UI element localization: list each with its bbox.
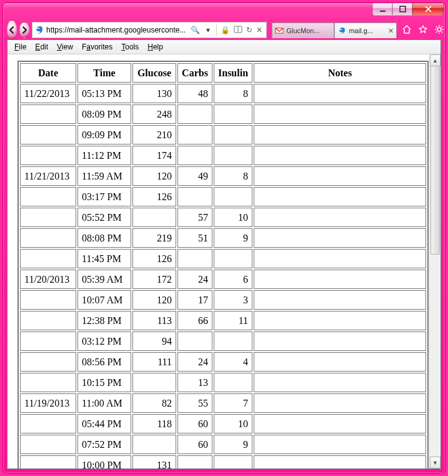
cell-insulin: 8 bbox=[214, 84, 252, 103]
cell-date bbox=[20, 187, 76, 206]
table-row: 11/21/201311:59 AM120498 bbox=[20, 166, 426, 186]
cell-notes bbox=[254, 352, 426, 372]
back-button[interactable] bbox=[7, 20, 17, 40]
tab-label: GlucMon... bbox=[286, 27, 331, 34]
tools-icon[interactable] bbox=[434, 24, 444, 36]
cell-date bbox=[20, 435, 76, 454]
cell-glucose: 113 bbox=[132, 311, 176, 330]
menu-help[interactable]: Help bbox=[143, 41, 167, 53]
cell-carbs bbox=[177, 104, 212, 124]
col-time: Time bbox=[77, 63, 131, 83]
table-row: 10:00 PM131 bbox=[20, 455, 426, 468]
ie-page-icon bbox=[34, 25, 44, 35]
tab-close-icon[interactable]: ✕ bbox=[388, 27, 394, 35]
search-icon[interactable]: 🔍 bbox=[191, 26, 200, 34]
cell-time: 10:07 AM bbox=[77, 290, 131, 310]
cell-time: 08:08 PM bbox=[77, 228, 131, 248]
cell-insulin: 8 bbox=[214, 166, 252, 186]
cell-notes bbox=[254, 393, 426, 413]
col-date: Date bbox=[20, 63, 76, 83]
cell-carbs: 55 bbox=[177, 393, 212, 413]
menu-avorites[interactable]: Favorites bbox=[77, 41, 117, 53]
cell-insulin: 10 bbox=[214, 414, 252, 433]
menu-tools[interactable]: Tools bbox=[117, 41, 143, 53]
table-row: 11/20/201305:39 AM172246 bbox=[20, 270, 426, 289]
browser-window: https://mail-attachment.googleuserconte.… bbox=[2, 3, 446, 473]
menu-file[interactable]: File bbox=[10, 41, 31, 53]
titlebar[interactable] bbox=[3, 3, 445, 21]
cell-insulin bbox=[214, 146, 252, 165]
cell-carbs: 51 bbox=[177, 228, 212, 248]
cell-insulin bbox=[214, 332, 252, 351]
cell-notes bbox=[254, 228, 426, 248]
cell-insulin bbox=[214, 187, 252, 206]
cell-carbs bbox=[177, 455, 212, 468]
search-dropdown-icon[interactable]: ▾ bbox=[204, 26, 212, 34]
menu-edit[interactable]: Edit bbox=[31, 41, 52, 53]
cell-carbs: 24 bbox=[177, 270, 212, 289]
cell-insulin bbox=[214, 373, 252, 392]
cell-notes bbox=[254, 435, 426, 454]
stop-icon[interactable]: ✕ bbox=[256, 26, 262, 34]
cell-notes bbox=[254, 125, 426, 144]
content-area: DateTimeGlucoseCarbsInsulinNotes 11/22/2… bbox=[7, 54, 441, 468]
table-row: 07:52 PM609 bbox=[20, 435, 426, 454]
cell-time: 11:45 PM bbox=[77, 249, 131, 268]
scroll-thumb[interactable] bbox=[431, 66, 440, 255]
menu-view[interactable]: View bbox=[52, 41, 77, 53]
cell-carbs: 60 bbox=[177, 414, 212, 433]
cell-glucose bbox=[132, 373, 176, 392]
cell-carbs: 24 bbox=[177, 352, 212, 372]
cell-glucose: 120 bbox=[132, 166, 176, 186]
cell-carbs bbox=[177, 125, 212, 144]
table-row: 05:44 PM1186010 bbox=[20, 414, 426, 433]
tab-mail[interactable]: mail.g... ✕ bbox=[334, 23, 397, 38]
cell-glucose: 111 bbox=[132, 352, 176, 372]
vertical-scrollbar[interactable]: ▲ ▼ bbox=[429, 54, 441, 468]
document-page: DateTimeGlucoseCarbsInsulinNotes 11/22/2… bbox=[7, 54, 429, 468]
cell-date: 11/19/2013 bbox=[20, 393, 76, 413]
compat-icon[interactable] bbox=[234, 26, 242, 35]
favorites-icon[interactable] bbox=[418, 24, 428, 36]
cell-date: 11/20/2013 bbox=[20, 270, 76, 289]
svg-rect-1 bbox=[400, 6, 406, 12]
minimize-button[interactable] bbox=[372, 3, 392, 16]
cell-date: 11/21/2013 bbox=[20, 166, 76, 186]
cell-date: 11/22/2013 bbox=[20, 84, 76, 103]
maximize-button[interactable] bbox=[392, 3, 412, 16]
cell-time: 05:13 PM bbox=[77, 84, 131, 103]
address-bar[interactable]: https://mail-attachment.googleuserconte.… bbox=[32, 22, 267, 38]
cell-time: 03:12 PM bbox=[77, 332, 131, 351]
cell-carbs bbox=[177, 332, 212, 351]
cell-glucose: 118 bbox=[132, 414, 176, 433]
separator bbox=[216, 24, 217, 36]
scroll-down-button[interactable]: ▼ bbox=[430, 457, 441, 468]
cell-insulin: 9 bbox=[214, 228, 252, 248]
cell-time: 05:39 AM bbox=[77, 270, 131, 289]
forward-button[interactable] bbox=[19, 22, 29, 38]
table-row: 11:45 PM126 bbox=[20, 249, 426, 268]
home-icon[interactable] bbox=[402, 24, 412, 36]
cell-insulin: 3 bbox=[214, 290, 252, 310]
cell-insulin: 7 bbox=[214, 393, 252, 413]
tab-glucmon[interactable]: GlucMon... bbox=[272, 23, 334, 38]
cell-time: 11:12 PM bbox=[77, 146, 131, 165]
cell-time: 11:59 AM bbox=[77, 166, 131, 186]
cell-glucose: 126 bbox=[132, 249, 176, 268]
cell-date bbox=[20, 373, 76, 392]
cell-carbs: 57 bbox=[177, 208, 212, 227]
cell-insulin: 11 bbox=[214, 311, 252, 330]
cell-time: 05:44 PM bbox=[77, 414, 131, 433]
url-text: https://mail-attachment.googleuserconte.… bbox=[46, 26, 186, 34]
close-button[interactable] bbox=[412, 3, 444, 16]
cell-notes bbox=[254, 146, 426, 165]
cell-notes bbox=[254, 332, 426, 351]
refresh-icon[interactable]: ↻ bbox=[246, 26, 252, 34]
cell-time: 08:09 PM bbox=[77, 104, 131, 124]
cell-notes bbox=[254, 84, 426, 103]
scroll-up-button[interactable]: ▲ bbox=[430, 54, 441, 66]
cell-notes bbox=[254, 311, 426, 330]
cell-date bbox=[20, 332, 76, 351]
cell-time: 10:00 PM bbox=[77, 455, 131, 468]
maximize-icon bbox=[399, 6, 406, 13]
